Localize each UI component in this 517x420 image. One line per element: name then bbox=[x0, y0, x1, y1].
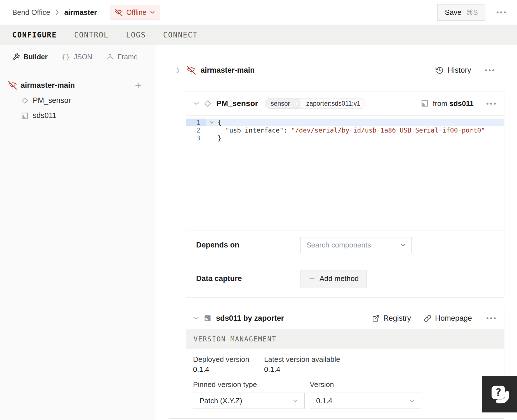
machine-offline-icon bbox=[187, 66, 196, 75]
view-mode-switcher: Builder {} JSON Frame bbox=[0, 45, 155, 69]
status-label: Offline bbox=[126, 8, 146, 16]
external-link-icon bbox=[372, 315, 380, 322]
pinned-type-select[interactable]: Patch (X.Y.Z) bbox=[193, 393, 305, 409]
tree-part-label: airmaster-main bbox=[21, 81, 75, 90]
chevron-down-icon[interactable] bbox=[193, 101, 199, 106]
tree-item-airmaster-main[interactable]: airmaster-main bbox=[0, 79, 155, 92]
from-prefix: from bbox=[433, 99, 447, 108]
line-number: 3 bbox=[186, 134, 206, 142]
config-sidebar: Builder {} JSON Frame airmaster-main bbox=[0, 45, 155, 420]
version-select[interactable]: 0.1.4 bbox=[310, 393, 421, 409]
mode-builder[interactable]: Builder bbox=[12, 53, 48, 61]
more-menu-icon[interactable] bbox=[495, 10, 507, 15]
module-card-sds011: sds011 by zaporter Registry bbox=[186, 307, 504, 409]
more-menu-icon[interactable] bbox=[485, 101, 497, 106]
machine-offline-icon bbox=[8, 81, 17, 89]
tab-configure[interactable]: CONFIGURE bbox=[12, 31, 57, 39]
add-resource-icon[interactable] bbox=[134, 81, 142, 89]
breadcrumb-chevron-icon bbox=[55, 9, 60, 16]
tag-separator-icon bbox=[295, 98, 300, 108]
deployed-version-value: 0.1.4 bbox=[193, 365, 264, 374]
model-tag: zaporter:sds011:v1 bbox=[300, 98, 366, 108]
tab-logs[interactable]: LOGS bbox=[126, 31, 146, 39]
editor-line[interactable]: 1 { bbox=[186, 119, 504, 126]
code-text: "usb_interface": "/dev/serial/by-id/usb-… bbox=[218, 126, 504, 134]
version-value: 0.1.4 bbox=[316, 397, 332, 405]
add-method-button[interactable]: Add method bbox=[300, 270, 367, 287]
mode-json-label: JSON bbox=[74, 53, 92, 61]
help-question-icon: ? bbox=[489, 384, 510, 405]
json-key: "usb_interface" bbox=[225, 127, 284, 134]
tree-item-pm-sensor[interactable]: PM_sensor bbox=[0, 94, 155, 107]
module-icon bbox=[421, 100, 429, 107]
more-menu-icon[interactable] bbox=[483, 68, 496, 73]
pinned-type-label: Pinned version type bbox=[193, 380, 310, 389]
latest-version-value: 0.1.4 bbox=[264, 365, 280, 374]
version-management-body: Deployed version Latest version availabl… bbox=[186, 349, 504, 409]
homepage-label: Homepage bbox=[435, 314, 472, 323]
part-group-card: airmaster-main History bbox=[169, 59, 504, 419]
from-module-link[interactable]: from sds011 bbox=[421, 99, 474, 108]
pinned-type-value: Patch (X.Y.Z) bbox=[199, 397, 242, 405]
main-tabbar: CONFIGURE CONTROL LOGS CONNECT bbox=[0, 25, 517, 45]
fold-spacer bbox=[206, 126, 218, 134]
component-card-header: PM_sensor sensor zaporter:sds011:v1 from… bbox=[186, 91, 504, 116]
depends-on-placeholder: Search components bbox=[306, 241, 371, 249]
save-button[interactable]: Save ⌘S bbox=[437, 4, 485, 21]
tab-control[interactable]: CONTROL bbox=[74, 31, 109, 39]
chevron-down-icon bbox=[409, 399, 415, 403]
history-button[interactable]: History bbox=[436, 66, 471, 75]
module-icon bbox=[21, 112, 29, 119]
data-capture-label: Data capture bbox=[196, 274, 300, 283]
fold-chevron-icon[interactable] bbox=[206, 119, 218, 126]
top-header: Bend Office airmaster Offline Save ⌘S bbox=[0, 0, 517, 25]
registry-link[interactable]: Registry bbox=[372, 314, 411, 323]
mode-frame[interactable]: Frame bbox=[106, 53, 138, 61]
chevron-right-icon[interactable] bbox=[176, 67, 180, 74]
module-icon-filled bbox=[204, 314, 212, 322]
tree-child-label: sds011 bbox=[33, 111, 57, 120]
editor-line[interactable]: 3 } bbox=[186, 134, 504, 142]
depends-on-section: Depends on Search components bbox=[186, 230, 504, 260]
attributes-json-editor[interactable]: 1 { 2 "usb_interface": "/dev/serial/by-i… bbox=[186, 116, 504, 230]
from-module-name: sds011 bbox=[449, 99, 474, 108]
mode-builder-label: Builder bbox=[24, 53, 48, 61]
homepage-link[interactable]: Homepage bbox=[424, 314, 472, 323]
more-menu-icon[interactable] bbox=[485, 316, 497, 321]
data-capture-section: Data capture Add method bbox=[186, 260, 504, 297]
config-main-panel: airmaster-main History bbox=[155, 45, 517, 420]
wifi-off-icon bbox=[115, 9, 123, 16]
tree-child-label: PM_sensor bbox=[33, 96, 71, 105]
chevron-down-icon bbox=[400, 243, 406, 247]
part-title: airmaster-main bbox=[201, 66, 255, 75]
link-icon bbox=[424, 315, 431, 322]
version-management-header: VERSION MANAGEMENT bbox=[186, 329, 504, 349]
chevron-down-icon bbox=[293, 399, 298, 403]
frame-axes-icon bbox=[106, 53, 114, 61]
tab-connect[interactable]: CONNECT bbox=[163, 31, 198, 39]
machine-status-dropdown[interactable]: Offline bbox=[110, 5, 160, 20]
history-clock-icon bbox=[436, 66, 444, 74]
resource-tree: airmaster-main PM_sensor sds011 bbox=[0, 69, 155, 122]
depends-on-select[interactable]: Search components bbox=[300, 237, 412, 253]
help-button[interactable]: ? bbox=[482, 376, 517, 412]
mode-json[interactable]: {} JSON bbox=[62, 53, 92, 61]
plus-icon bbox=[309, 275, 315, 282]
curly-braces-icon: {} bbox=[62, 53, 70, 61]
mode-frame-label: Frame bbox=[118, 53, 138, 61]
chevron-down-icon[interactable] bbox=[193, 316, 199, 320]
svg-text:?: ? bbox=[495, 386, 502, 398]
line-number: 1 bbox=[186, 119, 206, 126]
tree-item-sds011[interactable]: sds011 bbox=[0, 109, 155, 122]
type-tag: sensor bbox=[265, 98, 295, 108]
depends-on-label: Depends on bbox=[196, 241, 300, 249]
breadcrumb-org[interactable]: Bend Office bbox=[12, 8, 50, 17]
component-title: PM_sensor bbox=[216, 99, 258, 108]
chevron-down-icon bbox=[150, 11, 155, 14]
editor-line[interactable]: 2 "usb_interface": "/dev/serial/by-id/us… bbox=[186, 126, 504, 134]
registry-label: Registry bbox=[383, 314, 411, 323]
line-number: 2 bbox=[186, 126, 206, 134]
component-diamond-icon bbox=[21, 97, 29, 104]
history-label: History bbox=[448, 66, 471, 75]
component-type-tags: sensor zaporter:sds011:v1 bbox=[265, 98, 366, 109]
